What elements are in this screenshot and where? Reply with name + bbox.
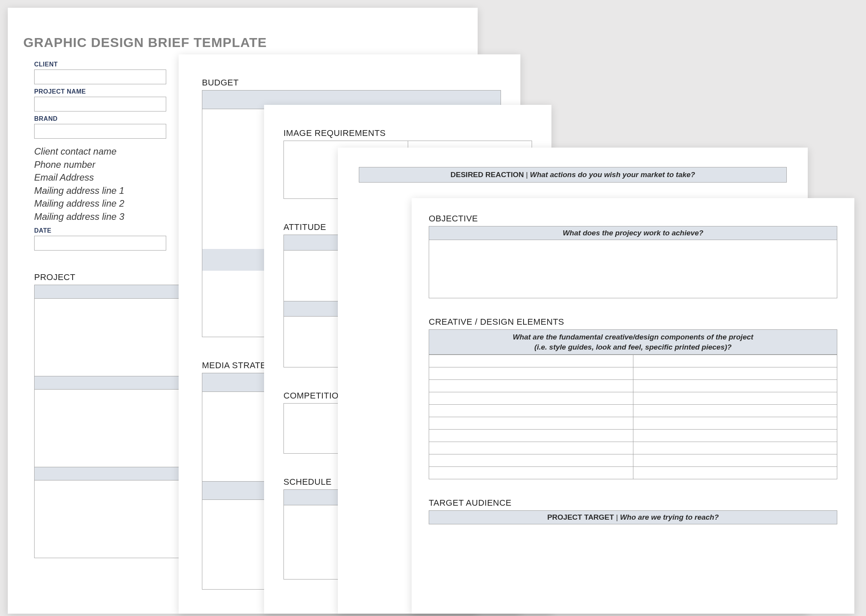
desired-reaction-sep: | — [524, 171, 530, 179]
creative-cell[interactable] — [633, 392, 837, 405]
desired-reaction-prompt: What actions do you wish your market to … — [530, 171, 695, 179]
objective-label: OBJECTIVE — [429, 214, 837, 224]
desired-reaction-title: DESIRED REACTION — [450, 171, 524, 179]
creative-grid — [429, 355, 837, 479]
creative-cell[interactable] — [429, 454, 633, 467]
creative-cell[interactable] — [429, 392, 633, 405]
objective-prompt: What does the projecy work to achieve? — [429, 226, 837, 240]
creative-cell[interactable] — [429, 367, 633, 380]
creative-prompt-line2: (i.e. style guides, look and feel, speci… — [431, 342, 835, 352]
creative-cell[interactable] — [633, 405, 837, 417]
creative-cell[interactable] — [429, 467, 633, 479]
creative-cell[interactable] — [633, 417, 837, 430]
creative-cell[interactable] — [633, 442, 837, 454]
creative-cell[interactable] — [633, 467, 837, 479]
creative-label: CREATIVE / DESIGN ELEMENTS — [429, 317, 837, 327]
creative-cell[interactable] — [429, 417, 633, 430]
objective-textarea[interactable] — [429, 240, 837, 298]
date-input[interactable] — [34, 236, 166, 251]
creative-prompt: What are the fundamental creative/design… — [429, 329, 837, 355]
creative-section: CREATIVE / DESIGN ELEMENTS What are the … — [429, 317, 837, 479]
creative-cell[interactable] — [633, 430, 837, 442]
project-target-sep: | — [614, 513, 620, 521]
creative-cell[interactable] — [633, 367, 837, 380]
image-req-label: IMAGE REQUIREMENTS — [283, 128, 532, 138]
creative-cell[interactable] — [633, 355, 837, 367]
document-title: GRAPHIC DESIGN BRIEF TEMPLATE — [23, 35, 450, 50]
creative-prompt-line1: What are the fundamental creative/design… — [431, 332, 835, 342]
creative-cell[interactable] — [429, 380, 633, 392]
desired-reaction-band: DESIRED REACTION | What actions do you w… — [359, 167, 787, 183]
budget-label: BUDGET — [202, 78, 501, 88]
project-name-input[interactable] — [34, 97, 166, 111]
creative-cell[interactable] — [633, 454, 837, 467]
target-section: TARGET AUDIENCE PROJECT TARGET | Who are… — [429, 498, 837, 524]
creative-cell[interactable] — [429, 442, 633, 454]
target-audience-label: TARGET AUDIENCE — [429, 498, 837, 508]
creative-cell[interactable] — [633, 380, 837, 392]
creative-cell[interactable] — [429, 405, 633, 417]
target-band: PROJECT TARGET | Who are we trying to re… — [429, 510, 837, 524]
objective-section: OBJECTIVE What does the projecy work to … — [429, 214, 837, 298]
project-target-title: PROJECT TARGET — [547, 513, 614, 521]
brand-input[interactable] — [34, 124, 166, 139]
creative-cell[interactable] — [429, 430, 633, 442]
creative-cell[interactable] — [429, 355, 633, 367]
page-5: OBJECTIVE What does the projecy work to … — [412, 198, 854, 614]
client-input[interactable] — [34, 70, 166, 84]
project-target-prompt: Who are we trying to reach? — [620, 513, 718, 521]
